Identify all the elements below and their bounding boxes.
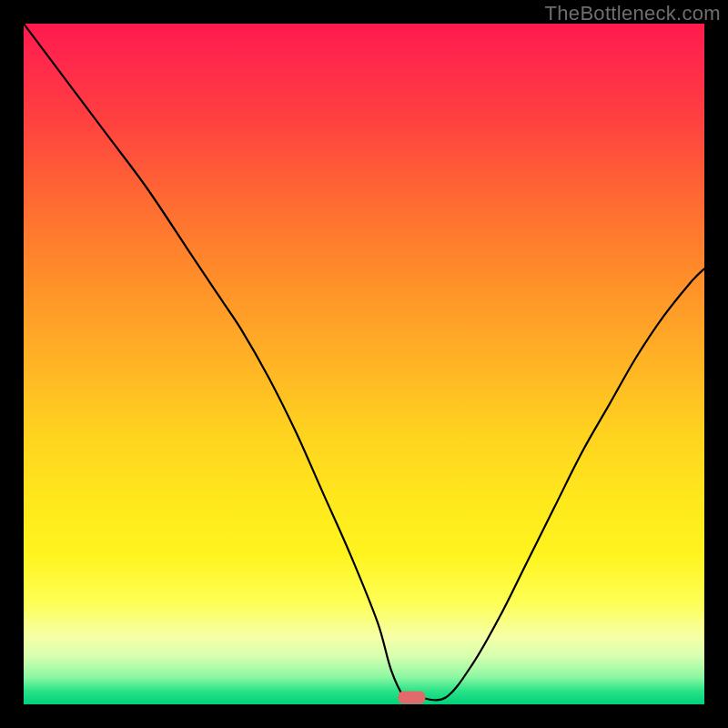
minimum-marker bbox=[398, 692, 425, 704]
curve-svg bbox=[24, 24, 704, 704]
chart-frame: TheBottleneck.com bbox=[0, 0, 728, 728]
bottleneck-curve bbox=[24, 24, 704, 700]
plot-area bbox=[24, 24, 704, 704]
watermark-text: TheBottleneck.com bbox=[545, 2, 721, 25]
